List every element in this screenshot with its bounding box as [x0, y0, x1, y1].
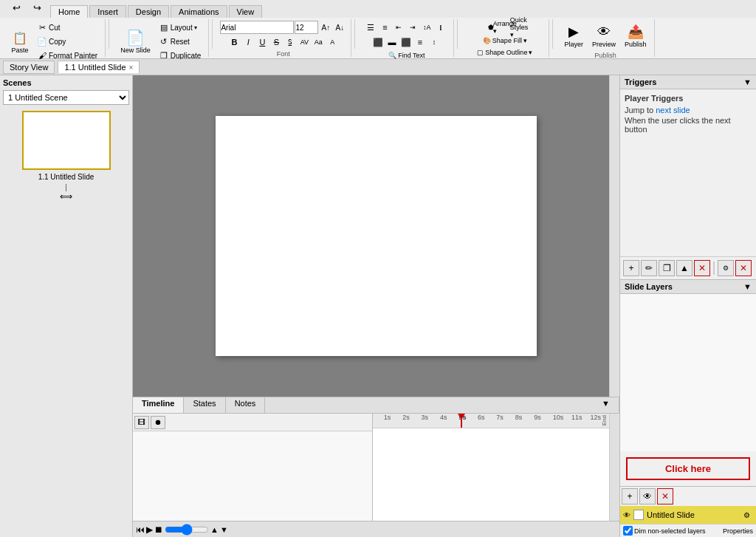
- trigger-settings-button[interactable]: ⚙: [718, 260, 734, 276]
- tab-design[interactable]: Design: [128, 5, 169, 18]
- connector-arrow: ⟺: [60, 191, 72, 202]
- shadow-button[interactable]: S̲: [284, 35, 297, 49]
- trigger-link[interactable]: next slide: [656, 106, 690, 114]
- preview-button[interactable]: 👁 Preview: [588, 21, 619, 50]
- layout-button[interactable]: ▤ Layout ▾: [156, 21, 205, 34]
- undo-icon[interactable]: ↩: [7, 0, 25, 16]
- increase-indent-button[interactable]: ⇥: [406, 21, 419, 34]
- delete-layer-button[interactable]: ✕: [657, 488, 673, 504]
- layer-toolbar: + 👁 ✕: [620, 487, 756, 506]
- slide-canvas[interactable]: [216, 116, 537, 356]
- story-view-tab[interactable]: Story View: [3, 61, 55, 74]
- bullets-button[interactable]: ☰: [364, 21, 377, 34]
- slide-thumbnail[interactable]: [22, 111, 111, 170]
- trigger-item-2: When the user clicks the next button: [625, 116, 752, 134]
- columns-button[interactable]: ⫿: [434, 21, 447, 34]
- numbering-button[interactable]: ≡: [378, 21, 391, 34]
- copy-trigger-button[interactable]: ❐: [659, 260, 675, 276]
- shape-outline-button[interactable]: ▢ Shape Outline ▾: [474, 47, 535, 58]
- timeline-tracks: [133, 431, 372, 521]
- bold-button[interactable]: B: [227, 35, 241, 49]
- paste-button[interactable]: 📋 Paste: [7, 27, 32, 56]
- new-slide-button[interactable]: 📄 New Slide: [117, 27, 154, 56]
- click-here-text: Click here: [665, 463, 711, 474]
- trigger-separator: [713, 261, 715, 275]
- font-name-input[interactable]: [220, 21, 294, 34]
- timeline-scrollbar-v[interactable]: [609, 414, 619, 521]
- decrease-font-button[interactable]: A↓: [333, 21, 346, 34]
- align-right-button[interactable]: ⬛: [399, 35, 413, 49]
- timeline-record-button[interactable]: ⏺: [151, 416, 165, 429]
- align-left-button[interactable]: ⬛: [371, 35, 385, 49]
- justify-button[interactable]: ≡: [413, 35, 427, 49]
- ruler-2s: 2s: [402, 414, 410, 421]
- prev-frame-button[interactable]: ⏮: [136, 524, 145, 535]
- dim-checkbox[interactable]: [623, 526, 633, 536]
- tab-home[interactable]: Home: [50, 5, 88, 18]
- timeline-tab[interactable]: Timeline: [133, 397, 184, 413]
- redo-icon[interactable]: ↪: [28, 0, 46, 16]
- tab-view[interactable]: View: [229, 5, 263, 18]
- notes-tab[interactable]: Notes: [226, 397, 266, 413]
- triggers-collapse[interactable]: ▼: [743, 78, 752, 86]
- layer-section: + 👁 ✕ 👁 Untitled Slide ⚙ Dim non-selecte…: [620, 486, 756, 537]
- underline-button[interactable]: U: [255, 35, 269, 49]
- group-drawing: ⬟ Arrange ▾ Quick Styles ▾ 🎨 Shape Fill …: [461, 19, 549, 57]
- delete-trigger-button[interactable]: ✕: [694, 260, 710, 276]
- char-spacing-button[interactable]: AV: [298, 35, 311, 49]
- add-trigger-button[interactable]: +: [623, 260, 639, 276]
- slide-view-tab[interactable]: 1.1 Untitled Slide ×: [58, 61, 140, 73]
- slide-layers-collapse[interactable]: ▼: [743, 282, 752, 291]
- shape-fill-button[interactable]: 🎨 Shape Fill ▾: [480, 35, 530, 46]
- preview-icon: 👁: [595, 23, 613, 41]
- app-window: ↩ ↪ Home Insert Design Animations View 📋…: [0, 0, 756, 537]
- italic-button[interactable]: I: [241, 35, 255, 49]
- layer-settings-icon[interactable]: ⚙: [740, 508, 753, 521]
- publish-button[interactable]: 📤 Publish: [621, 21, 650, 50]
- edit-trigger-button[interactable]: ✏: [641, 260, 657, 276]
- stop-button[interactable]: ⏹: [154, 524, 163, 535]
- timeline-toolbar: 🎞 ⏺: [133, 414, 372, 431]
- font-color-button[interactable]: A: [326, 35, 339, 49]
- new-slide-icon: 📄: [126, 29, 144, 47]
- decrease-indent-button[interactable]: ⇤: [392, 21, 405, 34]
- text-direction-button[interactable]: ↕A: [420, 21, 433, 34]
- paste-icon: 📋: [11, 29, 29, 47]
- ribbon: ↩ ↪ Home Insert Design Animations View 📋…: [0, 0, 756, 59]
- timeline-play-button[interactable]: 🎞: [134, 416, 149, 429]
- quick-styles-button[interactable]: Quick Styles ▾: [512, 21, 526, 34]
- cut-button[interactable]: ✂ Cut: [34, 21, 100, 34]
- layer-eye-button[interactable]: 👁: [639, 488, 656, 504]
- volume-slider[interactable]: [165, 527, 209, 533]
- reset-button[interactable]: ↺ Reset: [156, 35, 205, 48]
- layout-icon: ▤: [159, 22, 169, 33]
- content-row: Scenes 1 Untitled Scene 1.1 Untitled Sli…: [0, 75, 756, 537]
- line-spacing-button[interactable]: ↕: [427, 35, 441, 49]
- font-size-input[interactable]: [295, 21, 318, 34]
- add-layer-button[interactable]: +: [622, 488, 638, 504]
- bottom-panel: Timeline States Notes ▼ 🎞 ⏺: [133, 397, 619, 537]
- close-slide-tab[interactable]: ×: [129, 64, 134, 72]
- strikethrough-button[interactable]: S: [269, 35, 283, 49]
- play-button[interactable]: ▶: [146, 524, 153, 535]
- move-up-trigger-button[interactable]: ▲: [676, 260, 693, 276]
- tab-animations[interactable]: Animations: [171, 5, 227, 18]
- player-button[interactable]: ▶ Player: [560, 21, 587, 50]
- align-center-button[interactable]: ▬: [385, 35, 399, 49]
- properties-button[interactable]: Properties: [723, 527, 753, 535]
- tab-insert[interactable]: Insert: [89, 5, 126, 18]
- timeline-collapse[interactable]: ▼: [593, 397, 619, 413]
- ruler-marks: 1s 2s 3s 4s 5s 6s 7s 8s 9s 10s 11s: [374, 414, 609, 428]
- right-panel: Triggers ▼ Player Triggers Jump to next …: [619, 75, 756, 537]
- click-here-box[interactable]: Click here: [626, 457, 750, 480]
- playhead-line: [461, 420, 462, 428]
- ruler-7s: 7s: [496, 414, 504, 421]
- states-tab[interactable]: States: [184, 397, 225, 413]
- copy-button[interactable]: 📄 Copy: [34, 35, 100, 48]
- trigger-close-button[interactable]: ✕: [735, 260, 752, 276]
- increase-font-button[interactable]: A↑: [319, 21, 332, 34]
- timeline-left: 🎞 ⏺: [133, 414, 373, 521]
- scenes-dropdown[interactable]: 1 Untitled Scene: [3, 90, 129, 105]
- change-case-button[interactable]: Aa: [312, 35, 325, 49]
- canvas-scrollbar-v[interactable]: [609, 75, 619, 397]
